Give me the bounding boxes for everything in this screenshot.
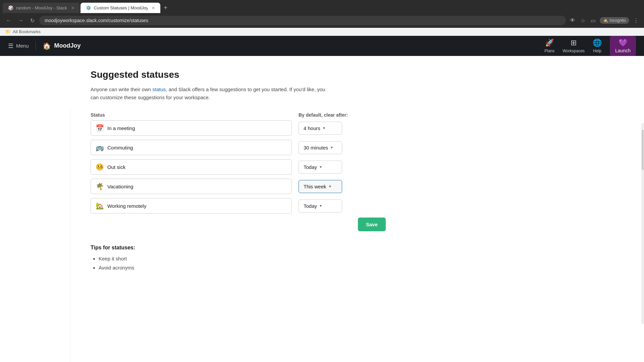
help-label: Help: [593, 49, 601, 53]
vacationing-clear-select[interactable]: This week ▾: [299, 180, 342, 193]
help-icon: 🌐: [593, 39, 602, 47]
tab1-close[interactable]: ✕: [71, 6, 74, 10]
desc-plain: Anyone can write their own: [91, 86, 152, 92]
hamburger-icon: ☰: [8, 42, 13, 50]
list-item: Keep it short: [99, 254, 386, 263]
address-input[interactable]: [39, 16, 566, 25]
plans-label: Plans: [544, 49, 554, 53]
status-input-meeting[interactable]: 📅: [91, 120, 292, 136]
list-item: Avoid acronyms: [99, 263, 386, 272]
save-button[interactable]: Save: [358, 218, 386, 231]
bookmarks-icon: 📁: [5, 29, 11, 34]
table-row: 🚌 30 minutes ▾: [91, 140, 386, 155]
plans-icon: 🚀: [545, 39, 554, 47]
bookmarks-label: All Bookmarks: [13, 29, 41, 34]
launch-button[interactable]: 💜 Launch: [610, 36, 636, 56]
commuting-emoji: 🚌: [96, 143, 104, 152]
page-title: Suggested statuses: [91, 69, 386, 80]
page-layout: Suggested statuses Anyone can write thei…: [0, 56, 644, 286]
sick-clear-select[interactable]: Today ▾: [299, 161, 342, 174]
header-actions: 🚀 Plans ⊞ Workspaces 🌐 Help 💜 Launch: [544, 36, 636, 56]
launch-label: Launch: [615, 48, 631, 53]
back-button[interactable]: ←: [4, 16, 13, 25]
status-input-vacationing[interactable]: 🌴: [91, 179, 292, 194]
app-header: ☰ Menu 🏠 MoodJoy 🚀 Plans ⊞ Workspaces 🌐 …: [0, 36, 644, 56]
vacationing-text-input[interactable]: [107, 184, 287, 189]
plans-button[interactable]: 🚀 Plans: [544, 39, 554, 53]
status-input-sick[interactable]: 🤒: [91, 159, 292, 175]
commuting-clear-select[interactable]: 30 minutes ▾: [299, 141, 342, 154]
more-options-button[interactable]: ⋮: [632, 16, 640, 25]
left-rail: [0, 110, 70, 362]
refresh-button[interactable]: ↻: [28, 16, 37, 25]
tab-1[interactable]: 🎲 random - MoodJoy - Slack ✕: [3, 3, 80, 13]
tab2-favicon: ⚙️: [86, 5, 91, 10]
new-tab-button[interactable]: +: [161, 3, 170, 13]
eye-slash-icon[interactable]: 👁: [569, 16, 577, 25]
menu-label: Menu: [16, 43, 29, 49]
scroll-thumb[interactable]: [642, 130, 644, 170]
workspaces-label: Workspaces: [562, 49, 585, 53]
remote-text-input[interactable]: [107, 203, 287, 209]
help-button[interactable]: 🌐 Help: [593, 39, 602, 53]
tips-title: Tips for statuses:: [91, 245, 386, 251]
meeting-text-input[interactable]: [107, 125, 287, 131]
table-row: 🌴 This week ▾: [91, 179, 386, 194]
table-row: 🤒 Today ▾: [91, 159, 386, 175]
status-input-remote[interactable]: 🏡: [91, 198, 292, 214]
tab2-close[interactable]: ✕: [152, 6, 155, 10]
incognito-badge: 🕵 Incognito: [600, 17, 629, 24]
vacationing-emoji: 🌴: [96, 182, 104, 190]
vacationing-clear-value: This week: [304, 184, 326, 189]
commuting-chevron-down-icon: ▾: [331, 145, 333, 150]
meeting-clear-value: 4 hours: [304, 125, 320, 131]
workspaces-icon: ⊞: [571, 39, 577, 47]
forward-button[interactable]: →: [16, 16, 25, 25]
meeting-emoji: 📅: [96, 124, 104, 132]
vacationing-chevron-down-icon: ▾: [329, 184, 331, 189]
header-divider: [36, 41, 36, 51]
workspace-logo[interactable]: 🏠 MoodJoy: [43, 42, 81, 50]
star-icon[interactable]: ☆: [579, 16, 587, 25]
incognito-label: Incognito: [609, 18, 626, 23]
home-icon: 🏠: [43, 42, 51, 50]
browser-actions: 👁 ☆ ▭ 🕵 Incognito ⋮: [569, 16, 640, 25]
workspace-name: MoodJoy: [54, 42, 81, 49]
remote-emoji: 🏡: [96, 202, 104, 210]
tips-list: Keep it short Avoid acronyms: [91, 254, 386, 272]
tab2-label: Custom Statuses | MoodJoy Sl...: [94, 5, 148, 10]
tab-bar: 🎲 random - MoodJoy - Slack ✕ ⚙️ Custom S…: [0, 0, 644, 13]
sick-emoji: 🤒: [96, 163, 104, 171]
tab1-label: random - MoodJoy - Slack: [16, 5, 67, 10]
status-rows: 📅 4 hours ▾ 🚌 30 minutes ▾: [91, 120, 386, 214]
meeting-clear-select[interactable]: 4 hours ▾: [299, 122, 342, 135]
commuting-text-input[interactable]: [107, 145, 287, 150]
remote-chevron-down-icon: ▾: [320, 203, 322, 208]
meeting-chevron-down-icon: ▾: [323, 126, 325, 130]
browser-chrome: 🎲 random - MoodJoy - Slack ✕ ⚙️ Custom S…: [0, 0, 644, 36]
content-area: Suggested statuses Anyone can write thei…: [70, 56, 406, 286]
tab1-favicon: 🎲: [8, 5, 13, 10]
table-row: 🏡 Today ▾: [91, 198, 386, 214]
launch-icon: 💜: [619, 39, 628, 47]
status-input-commuting[interactable]: 🚌: [91, 140, 292, 155]
tips-section: Tips for statuses: Keep it short Avoid a…: [91, 245, 386, 272]
vertical-scrollbar[interactable]: [641, 123, 644, 324]
tab-2[interactable]: ⚙️ Custom Statuses | MoodJoy Sl... ✕: [80, 3, 160, 13]
bookmarks-bar: 📁 All Bookmarks: [0, 28, 644, 36]
incognito-icon: 🕵: [603, 18, 608, 23]
remote-clear-select[interactable]: Today ▾: [299, 199, 342, 213]
status-col-header: Status: [91, 112, 292, 118]
status-table-header: Status By default, clear after:: [91, 112, 386, 118]
tab-layout-icon[interactable]: ▭: [589, 16, 597, 25]
page-description: Anyone can write their own status, and S…: [91, 85, 325, 102]
clear-col-header: By default, clear after:: [299, 112, 348, 118]
sick-chevron-down-icon: ▾: [320, 165, 322, 169]
sick-clear-value: Today: [304, 164, 317, 170]
remote-clear-value: Today: [304, 203, 317, 209]
status-link[interactable]: status: [152, 86, 166, 92]
workspaces-button[interactable]: ⊞ Workspaces: [562, 39, 585, 53]
sick-text-input[interactable]: [107, 164, 287, 170]
commuting-clear-value: 30 minutes: [304, 145, 328, 150]
menu-button[interactable]: ☰ Menu: [8, 42, 29, 50]
